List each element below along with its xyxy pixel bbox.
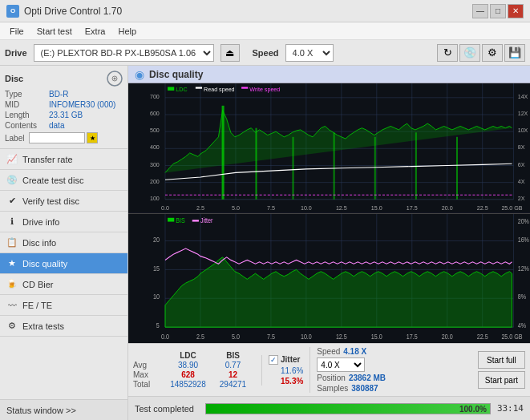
jitter-header: Jitter [281, 355, 300, 364]
save-button[interactable]: 💾 [504, 44, 525, 62]
svg-text:15: 15 [153, 265, 160, 273]
menubar: File Start test Extra Help [0, 22, 530, 40]
speed-stat-value: 4.18 X [343, 347, 366, 356]
svg-text:300: 300 [150, 160, 160, 168]
svg-text:BIS: BIS [176, 216, 185, 224]
svg-point-2 [114, 78, 116, 80]
speed-mode-select[interactable]: 4.0 X [317, 357, 365, 372]
svg-text:10X: 10X [518, 127, 528, 134]
svg-text:14X: 14X [518, 93, 528, 100]
menu-help[interactable]: Help [111, 25, 143, 38]
drive-select[interactable]: (E:) PLEXTOR BD-R PX-LB950SA 1.06 [34, 44, 214, 62]
sidebar-item-transfer-rate[interactable]: 📈 Transfer rate [0, 149, 127, 170]
status-window-label: Status window >> [6, 406, 76, 415]
verify-test-disc-icon: ✔ [6, 196, 18, 207]
sidebar-item-extra-tests[interactable]: ⚙ Extra tests [0, 316, 127, 337]
total-row-label: Total [133, 380, 165, 389]
svg-text:20.0: 20.0 [442, 204, 453, 212]
sidebar-label-disc-info: Disc info [22, 238, 56, 248]
label-input[interactable] [29, 132, 85, 143]
sidebar-item-create-test-disc[interactable]: 💿 Create test disc [0, 170, 127, 191]
svg-rect-46 [196, 87, 202, 88]
svg-text:17.5: 17.5 [407, 204, 418, 212]
start-part-button[interactable]: Start part [478, 371, 525, 389]
sidebar-item-disc-info[interactable]: 📋 Disc info [0, 232, 127, 253]
refresh-button[interactable]: ↻ [437, 44, 458, 62]
drivebar: Drive (E:) PLEXTOR BD-R PX-LB950SA 1.06 … [0, 40, 530, 66]
chart-bottom: 5 10 15 20 4% 8% 12% 16% 20% BIS J [128, 214, 530, 344]
svg-rect-27 [374, 137, 376, 200]
speed-label: Speed [253, 48, 279, 58]
sidebar-item-disc-quality[interactable]: ★ Disc quality [0, 253, 127, 274]
maximize-button[interactable]: □ [490, 4, 506, 18]
jitter-checkbox[interactable]: ✓ [269, 355, 278, 365]
sidebar: Disc Type BD-R MID INFOMER30 (000) Lengt… [0, 66, 128, 420]
svg-text:25.0 GB: 25.0 GB [501, 204, 522, 212]
svg-text:20%: 20% [518, 217, 529, 225]
svg-text:10.0: 10.0 [301, 204, 312, 212]
max-bis: 12 [211, 370, 255, 379]
eject-button[interactable]: ⏏ [220, 44, 240, 62]
create-test-disc-icon: 💿 [6, 175, 18, 186]
sidebar-label-cd-bier: CD Bier [22, 280, 54, 289]
type-value: BD-R [49, 90, 68, 99]
settings-button[interactable]: ⚙ [482, 44, 503, 62]
close-button[interactable]: ✕ [508, 4, 524, 18]
sidebar-item-fe-te[interactable]: 〰 FE / TE [0, 295, 127, 316]
sidebar-label-extra-tests: Extra tests [22, 321, 64, 331]
time-display: 33:14 [497, 403, 524, 414]
svg-text:500: 500 [150, 127, 160, 134]
speed-select[interactable]: 4.0 X [285, 44, 334, 62]
window-controls: — □ ✕ [472, 4, 524, 18]
app-title: Opti Drive Control 1.70 [24, 6, 122, 17]
svg-text:10: 10 [153, 293, 160, 301]
disc-quality-icon: ★ [6, 258, 18, 269]
disc-panel: Disc Type BD-R MID INFOMER30 (000) Lengt… [0, 66, 127, 149]
chart-top: 100 200 300 400 500 600 700 2X 4X 6X 8X … [128, 83, 530, 214]
titlebar: O Opti Drive Control 1.70 — □ ✕ [0, 0, 530, 22]
samples-row: Samples 380887 [317, 384, 386, 393]
contents-label: Contents [5, 121, 49, 130]
mid-label: MID [5, 100, 49, 109]
svg-text:20.0: 20.0 [442, 332, 454, 340]
svg-text:8X: 8X [518, 143, 525, 151]
start-full-button[interactable]: Start full [478, 351, 525, 369]
sidebar-item-verify-test-disc[interactable]: ✔ Verify test disc [0, 191, 127, 212]
menu-file[interactable]: File [3, 25, 30, 38]
svg-rect-25 [292, 137, 293, 200]
app-icon: O [6, 5, 19, 18]
minimize-button[interactable]: — [472, 4, 488, 18]
disc-button[interactable]: 💿 [459, 44, 480, 62]
svg-text:100: 100 [150, 195, 160, 202]
svg-text:5.0: 5.0 [232, 204, 240, 212]
bis-header: BIS [211, 351, 255, 360]
position-label: Position [317, 374, 346, 382]
nav-items: 📈 Transfer rate 💿 Create test disc ✔ Ver… [0, 149, 127, 337]
sidebar-item-drive-info[interactable]: ℹ Drive info [0, 212, 127, 232]
max-ldc: 628 [166, 370, 210, 379]
sidebar-label-verify-test-disc: Verify test disc [22, 196, 79, 206]
svg-text:700: 700 [150, 93, 160, 100]
menu-extra[interactable]: Extra [79, 25, 112, 38]
samples-value: 380887 [351, 384, 378, 393]
chart-title: Disc quality [149, 69, 203, 80]
svg-text:LDC: LDC [176, 86, 188, 93]
svg-text:8%: 8% [518, 293, 526, 301]
svg-text:2.5: 2.5 [196, 332, 204, 340]
sidebar-item-cd-bier[interactable]: 🍺 CD Bier [0, 274, 127, 295]
avg-ldc: 38.90 [166, 361, 210, 370]
status-window-button[interactable]: Status window >> [0, 399, 127, 420]
svg-text:6X: 6X [518, 160, 525, 168]
content-area: ◉ Disc quality [128, 66, 530, 420]
svg-text:15.0: 15.0 [371, 332, 383, 340]
sidebar-label-drive-info: Drive info [22, 217, 59, 227]
svg-text:600: 600 [150, 110, 160, 117]
svg-rect-26 [334, 132, 335, 200]
menu-start-test[interactable]: Start test [30, 25, 79, 38]
stats-header-empty [133, 351, 165, 360]
label-set-button[interactable]: ★ [87, 132, 98, 143]
svg-text:400: 400 [150, 143, 160, 151]
disc-icon [107, 71, 123, 87]
svg-text:20: 20 [153, 236, 160, 244]
svg-text:12.5: 12.5 [336, 332, 347, 340]
